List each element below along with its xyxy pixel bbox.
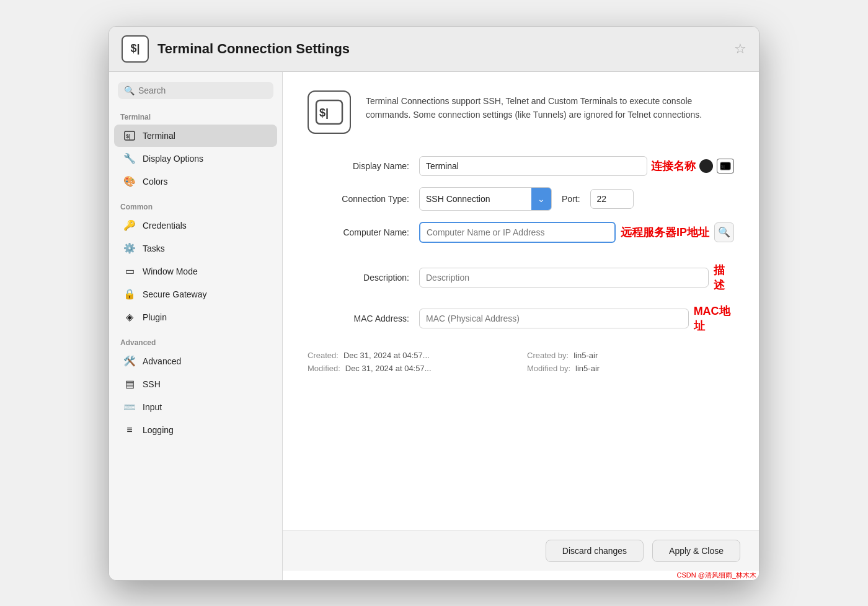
sidebar-item-credentials-label: Credentials <box>143 221 187 231</box>
metadata-section: Created: Dec 31, 2024 at 04:57... Create… <box>308 351 734 373</box>
mac-annotation: MAC地址 <box>694 304 734 333</box>
modified-label: Modified: <box>308 364 340 373</box>
sidebar-section-advanced: Advanced <box>109 335 282 349</box>
tasks-icon: ⚙️ <box>123 242 136 255</box>
description-annotation: 描述 <box>714 263 734 292</box>
created-value: Dec 31, 2024 at 04:57... <box>343 351 430 360</box>
sidebar-item-plugin[interactable]: ◈ Plugin <box>114 306 277 328</box>
sidebar-item-secure-gateway[interactable]: 🔒 Secure Gateway <box>114 283 277 305</box>
sidebar-item-input-label: Input <box>143 402 162 412</box>
modified-row: Modified: Dec 31, 2024 at 04:57... <box>308 364 515 373</box>
connection-type-select[interactable]: SSH Connection Telnet Custom <box>420 190 531 208</box>
connection-type-control: SSH Connection Telnet Custom ⌄ Port: <box>419 187 734 211</box>
connection-select-wrap[interactable]: SSH Connection Telnet Custom ⌄ <box>419 187 552 211</box>
computer-name-annotation: 远程服务器IP地址 <box>621 225 709 240</box>
display-name-wrapper: 连接名称 $| <box>419 156 734 176</box>
content-header-icon: $| <box>308 90 351 134</box>
description-label: Description: <box>308 273 419 283</box>
search-icon: 🔍 <box>124 86 135 95</box>
sidebar-section-terminal: Terminal <box>109 109 282 124</box>
sidebar-item-tasks-label: Tasks <box>143 244 165 253</box>
computer-name-search-button[interactable]: 🔍 <box>714 222 734 242</box>
footer: Discard changes Apply & Close <box>283 530 759 571</box>
connection-select-arrow[interactable]: ⌄ <box>531 188 551 210</box>
sidebar-item-input[interactable]: ⌨️ Input <box>114 396 277 418</box>
description-input[interactable] <box>419 268 709 288</box>
window-title: Terminal Connection Settings <box>157 41 725 57</box>
logging-icon: ≡ <box>123 423 136 437</box>
apply-close-button[interactable]: Apply & Close <box>652 540 740 562</box>
sidebar-item-colors-label: Colors <box>143 177 167 187</box>
modified-value: Dec 31, 2024 at 04:57... <box>345 364 432 373</box>
sidebar-item-logging[interactable]: ≡ Logging <box>114 419 277 441</box>
modified-by-row: Modified by: lin5-air <box>527 364 734 373</box>
display-name-input[interactable] <box>419 156 647 176</box>
modified-by-value: lin5-air <box>575 364 600 373</box>
sidebar-item-secure-gateway-label: Secure Gateway <box>143 289 207 299</box>
computer-name-row: Computer Name: 远程服务器IP地址 🔍 <box>308 222 734 243</box>
search-box[interactable]: 🔍 <box>118 82 273 99</box>
computer-name-input[interactable] <box>419 222 616 243</box>
port-label: Port: <box>562 194 580 204</box>
sidebar-item-ssh[interactable]: ▤ SSH <box>114 373 277 395</box>
window-mode-icon: ▭ <box>123 265 136 278</box>
search-input[interactable] <box>138 86 267 95</box>
display-name-annotation: 连接名称 <box>651 159 696 173</box>
sidebar-item-window-mode-label: Window Mode <box>143 266 198 276</box>
dot-indicator <box>699 159 713 173</box>
sidebar-item-advanced[interactable]: 🛠️ Advanced <box>114 350 277 372</box>
sidebar: 🔍 Terminal $| Terminal 🔧 Display Options <box>109 72 283 580</box>
content-area: $| Terminal Connections support SSH, Tel… <box>283 72 759 580</box>
sidebar-item-credentials[interactable]: 🔑 Credentials <box>114 214 277 237</box>
terminal-icon: $| <box>123 129 136 143</box>
mac-control: MAC地址 <box>419 304 734 333</box>
svg-text:$|: $| <box>319 107 329 119</box>
svg-text:$|: $| <box>721 164 725 169</box>
created-by-label: Created by: <box>527 351 569 360</box>
display-name-label: Display Name: <box>308 161 419 171</box>
sidebar-item-tasks[interactable]: ⚙️ Tasks <box>114 237 277 260</box>
advanced-icon: 🛠️ <box>123 354 136 368</box>
sidebar-item-colors[interactable]: 🎨 Colors <box>114 170 277 193</box>
sidebar-item-terminal[interactable]: $| Terminal <box>114 125 277 147</box>
favorite-star-icon[interactable]: ☆ <box>734 41 746 57</box>
created-label: Created: <box>308 351 339 360</box>
mac-address-row: MAC Address: MAC地址 <box>308 304 734 333</box>
main-layout: 🔍 Terminal $| Terminal 🔧 Display Options <box>109 72 759 580</box>
description-row: Description: 描述 <box>308 263 734 292</box>
display-options-icon: 🔧 <box>123 152 136 165</box>
port-input[interactable] <box>590 189 634 209</box>
colors-icon: 🎨 <box>123 175 136 188</box>
discard-changes-button[interactable]: Discard changes <box>546 540 644 562</box>
sidebar-item-ssh-label: SSH <box>143 379 161 389</box>
secure-gateway-icon: 🔒 <box>123 288 136 301</box>
connection-type-row: Connection Type: SSH Connection Telnet C… <box>308 187 734 211</box>
computer-name-inner: 远程服务器IP地址 🔍 <box>419 222 734 243</box>
spacer <box>308 254 734 263</box>
sidebar-item-display-options[interactable]: 🔧 Display Options <box>114 147 277 170</box>
created-by-row: Created by: lin5-air <box>527 351 734 360</box>
search-container: 🔍 <box>109 82 282 109</box>
created-by-value: lin5-air <box>574 351 598 360</box>
computer-name-control: 远程服务器IP地址 🔍 <box>419 222 734 243</box>
sidebar-item-logging-label: Logging <box>143 425 174 435</box>
watermark: CSDN @清风细雨_林木木 <box>283 571 759 580</box>
content-inner: $| Terminal Connections support SSH, Tel… <box>283 72 759 530</box>
display-name-row: Display Name: 连接名称 $| <box>308 156 734 176</box>
description-control: 描述 <box>419 263 734 292</box>
app-icon: $| <box>122 35 149 63</box>
mac-label: MAC Address: <box>308 314 419 323</box>
connection-type-inner: SSH Connection Telnet Custom ⌄ Port: <box>419 187 734 211</box>
input-icon: ⌨️ <box>123 400 136 414</box>
credentials-icon: 🔑 <box>123 219 136 232</box>
created-row: Created: Dec 31, 2024 at 04:57... <box>308 351 515 360</box>
terminal-small-icon: $| <box>717 159 734 173</box>
sidebar-item-window-mode[interactable]: ▭ Window Mode <box>114 260 277 283</box>
computer-name-label: Computer Name: <box>308 227 419 237</box>
sidebar-item-plugin-label: Plugin <box>143 312 167 322</box>
titlebar: $| Terminal Connection Settings ☆ <box>109 27 759 72</box>
main-window: $| Terminal Connection Settings ☆ 🔍 Term… <box>108 26 760 581</box>
svg-text:$|: $| <box>126 133 131 139</box>
content-description: Terminal Connections support SSH, Telnet… <box>366 90 734 122</box>
mac-input[interactable] <box>419 309 689 328</box>
